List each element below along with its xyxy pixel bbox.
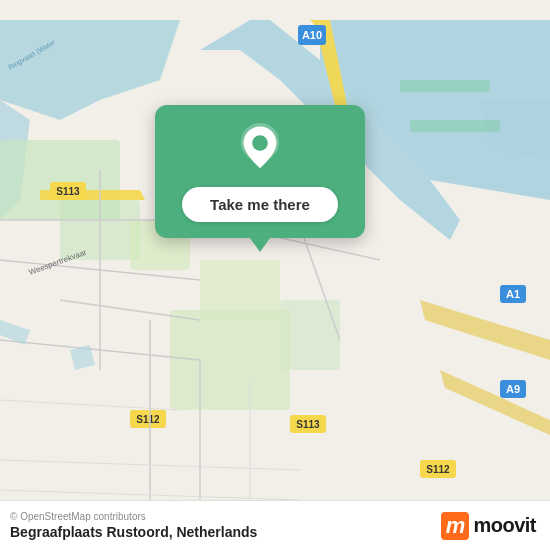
bottom-bar: © OpenStreetMap contributors Begraafplaa… <box>0 500 550 550</box>
copyright-text: © OpenStreetMap contributors <box>10 511 257 522</box>
popup-card: Take me there <box>155 105 365 238</box>
moovit-m-icon: m <box>441 512 469 540</box>
svg-text:A9: A9 <box>506 383 520 395</box>
svg-text:A10: A10 <box>302 29 322 41</box>
svg-rect-2 <box>410 120 500 132</box>
svg-text:S112: S112 <box>426 464 450 475</box>
svg-text:S112: S112 <box>136 414 160 425</box>
map-container: S113 S112 S113 S112 A10 A1 A9 <box>0 0 550 550</box>
svg-point-39 <box>252 135 268 151</box>
bottom-left: © OpenStreetMap contributors Begraafplaa… <box>10 511 257 540</box>
svg-rect-8 <box>170 310 290 410</box>
location-pin-icon <box>234 123 286 175</box>
moovit-logo: m moovit <box>441 512 536 540</box>
svg-text:S113: S113 <box>296 419 320 430</box>
moovit-logo-text: moovit <box>473 514 536 537</box>
svg-text:A1: A1 <box>506 288 520 300</box>
map-background: S113 S112 S113 S112 A10 A1 A9 <box>0 0 550 550</box>
take-me-there-button[interactable]: Take me there <box>182 187 338 222</box>
svg-text:S113: S113 <box>56 186 80 197</box>
location-name: Begraafplaats Rustoord, Netherlands <box>10 524 257 540</box>
svg-rect-1 <box>400 80 490 92</box>
